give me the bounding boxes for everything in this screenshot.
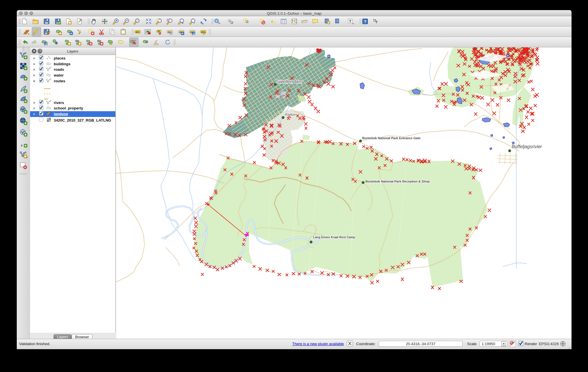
svg-text:Bontebok National Park Recepti: Bontebok National Park Reception & Shop <box>365 180 430 183</box>
svg-text:Bontebok National Park Entranc: Bontebok National Park Entrance Gate <box>362 136 421 140</box>
svg-text:Swellendam: Swellendam <box>276 79 303 84</box>
svg-text:Lang Elsies Kraal Rest Camp: Lang Elsies Kraal Rest Camp <box>313 235 355 239</box>
svg-text:?: ? <box>375 20 378 24</box>
svg-text:ab: ab <box>158 30 160 32</box>
svg-text:ab: ab <box>147 30 149 32</box>
svg-text:1:1: 1:1 <box>136 20 138 22</box>
svg-text:?: ? <box>364 19 366 24</box>
svg-text:Buffeljagsrivier: Buffeljagsrivier <box>512 144 542 149</box>
svg-text:abc: abc <box>136 31 140 33</box>
svg-text:,: , <box>21 140 23 147</box>
svg-text:Railton: Railton <box>285 113 296 117</box>
svg-text:T: T <box>349 19 351 23</box>
